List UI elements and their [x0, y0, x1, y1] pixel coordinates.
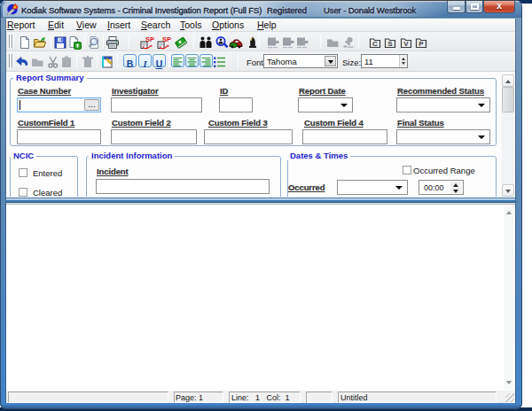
svg-text:C: C	[372, 40, 378, 48]
svg-text:SP: SP	[162, 35, 171, 43]
svg-text:V: V	[403, 40, 409, 48]
svg-text:S: S	[387, 40, 393, 48]
svg-text:P: P	[419, 40, 424, 48]
svg-text:SP: SP	[145, 35, 154, 43]
